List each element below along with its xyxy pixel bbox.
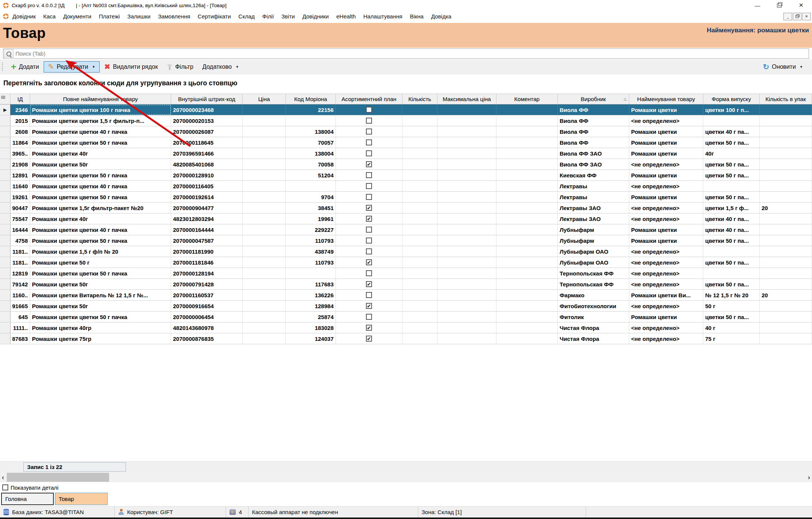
row-indicator[interactable] [0,257,11,268]
row-indicator[interactable] [0,181,11,191]
cell-id[interactable]: 11864 [11,137,30,148]
cell-assort[interactable] [336,170,402,180]
cell-morion[interactable]: 38451 [286,203,336,213]
cell-morion[interactable]: 110793 [286,235,336,246]
cell-name[interactable]: Ромашки цветки 50г [30,279,171,289]
cell-comment[interactable] [496,159,558,169]
cell-comment[interactable] [496,301,558,311]
cell-comment[interactable] [496,115,558,126]
mdi-restore-button[interactable] [793,13,801,20]
cell-producer[interactable]: Фармако [558,290,629,300]
cell-product[interactable]: <не определено> [629,246,703,257]
cell-morion[interactable]: 117683 [286,279,336,289]
cell-max_price[interactable] [437,126,496,137]
row-indicator[interactable] [0,213,11,224]
cell-qty[interactable] [402,137,437,148]
assortment-checkbox[interactable] [366,292,372,298]
column-header-max_price[interactable]: Максимальна ціна [437,94,496,104]
table-row[interactable]: 90447Ромашки цветки 1,5г фильтр-пакет №2… [0,203,812,213]
cell-barcode[interactable]: 2070000116405 [171,181,243,191]
cell-assort[interactable] [336,312,402,322]
cell-price[interactable] [243,312,286,322]
cell-barcode[interactable]: 2070000876835 [171,333,243,344]
cell-name[interactable]: Ромашки цветки цветки 50 г пачка [30,137,171,148]
cell-name[interactable]: Ромашки цветки цветки 100 г пачка [30,104,171,115]
assortment-checkbox[interactable] [366,183,372,189]
cell-name[interactable]: Ромашки цветки Витарель № 12 1,5 г №... [30,290,171,300]
cell-qty[interactable] [402,224,437,235]
cell-morion[interactable]: 138004 [286,148,336,159]
cell-morion[interactable]: 110793 [286,257,336,268]
table-row[interactable]: 2015Ромашки цветки цветки 1,5 г фильтр-п… [0,115,812,126]
row-indicator[interactable] [0,137,11,148]
cell-id[interactable]: 4758 [11,235,30,246]
cell-id[interactable]: 21908 [11,159,30,169]
cell-name[interactable]: Ромашки цветки 1,5г фильтр-пакет №20 [30,203,171,213]
cell-max_price[interactable] [437,322,496,333]
cell-form[interactable]: цветки 40 г па... [703,213,760,224]
cell-morion[interactable] [286,268,336,278]
assortment-checkbox[interactable]: ✔ [366,161,372,167]
cell-barcode[interactable]: 4820085401068 [171,159,243,169]
cell-price[interactable] [243,290,286,300]
assortment-checkbox[interactable]: ✔ [366,259,372,265]
cell-product[interactable]: <не определено> [629,279,703,289]
cell-morion[interactable]: 438749 [286,246,336,257]
cell-comment[interactable] [496,203,558,213]
assortment-checkbox[interactable] [366,150,372,156]
cell-name[interactable]: Ромашки цветки цветки 40 г пачка [30,181,171,191]
search-input[interactable] [3,48,809,59]
cell-barcode[interactable]: 2070000118645 [171,137,243,148]
cell-pack[interactable] [760,159,812,169]
cell-assort[interactable] [336,192,402,202]
row-indicator[interactable] [0,333,11,344]
cell-max_price[interactable] [437,257,496,268]
row-indicator[interactable] [0,115,11,126]
menu-item-0[interactable]: Довідник [9,13,39,20]
cell-max_price[interactable] [437,170,496,180]
delete-row-button[interactable]: ✖ Видалити рядок [100,61,162,73]
assortment-checkbox[interactable]: ✔ [366,336,372,342]
menu-item-12[interactable]: Налаштування [360,13,406,20]
assortment-checkbox[interactable] [366,194,372,200]
cell-name[interactable]: Ромашки цветки цветки 50 г пачка [30,235,171,246]
menu-item-10[interactable]: Довідники [299,13,332,20]
cell-product[interactable]: Ромашки цветки Ви... [629,290,703,300]
cell-comment[interactable] [496,192,558,202]
cell-comment[interactable] [496,148,558,159]
column-header-assort[interactable]: Асортиментний план [336,94,402,104]
cell-max_price[interactable] [437,192,496,202]
cell-price[interactable] [243,192,286,202]
cell-price[interactable] [243,104,286,115]
cell-producer[interactable]: Виола ФФ [558,137,629,148]
cell-form[interactable]: цветки 50 г па... [703,192,760,202]
scroll-right-icon[interactable]: › [806,472,812,482]
column-header-id[interactable]: ІД [11,94,30,104]
cell-qty[interactable] [402,312,437,322]
assortment-checkbox[interactable] [366,139,372,145]
menu-item-3[interactable]: Платежі [95,13,124,20]
cell-producer[interactable]: Виола ФФ [558,115,629,126]
cell-form[interactable] [703,181,760,191]
cell-pack[interactable] [760,268,812,278]
cell-assort[interactable]: ✔ [336,279,402,289]
cell-form[interactable]: цветки 40 г па... [703,224,760,235]
mdi-minimize-button[interactable]: _ [783,13,792,20]
row-indicator[interactable] [0,224,11,235]
cell-name[interactable]: Ромашки цветки цветки 40 г пачка [30,126,171,137]
cell-pack[interactable] [760,115,812,126]
menu-item-8[interactable]: Філії [258,13,278,20]
assortment-checkbox[interactable] [366,314,372,320]
table-row[interactable]: 91665Ромашки цветки 50г20700009166541289… [0,301,812,312]
table-row[interactable]: 3965..Ромашки цветки 40г2070396591466138… [0,148,812,159]
cell-id[interactable]: 1181.. [11,246,30,257]
cell-product[interactable]: <не определено> [629,115,703,126]
cell-id[interactable]: 91665 [11,301,30,311]
cell-form[interactable] [703,246,760,257]
cell-price[interactable] [243,257,286,268]
cell-qty[interactable] [402,170,437,180]
cell-qty[interactable] [402,246,437,257]
cell-name[interactable]: Ромашки цветки цветки 50 г пачка [30,192,171,202]
cell-qty[interactable] [402,235,437,246]
cell-pack[interactable] [760,213,812,224]
